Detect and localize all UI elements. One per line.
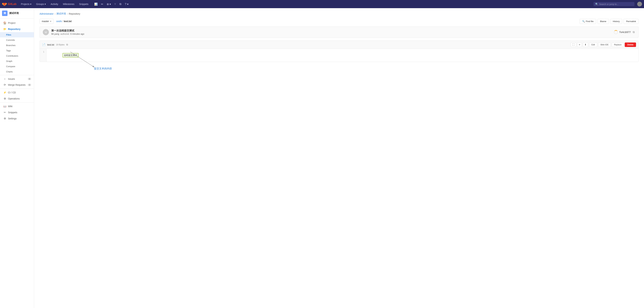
sidebar-divider-3 xyxy=(0,102,34,103)
repository-subitems: Files Commits Branches Tags Contributors… xyxy=(0,32,34,74)
code-area: 1 远程提交测试 xyxy=(40,49,638,62)
sidebar-item-snippets[interactable]: ✂ Snippets xyxy=(0,109,34,116)
activity-link[interactable]: Activity xyxy=(49,2,60,6)
sidebar-item-repository[interactable]: 📁 Repository xyxy=(0,26,34,32)
sidebar-item-issues[interactable]: ○ Issues 0 xyxy=(0,76,34,82)
commit-info-bar: M 第一次远程提交测试 Mr.yang authored 6 minutes a… xyxy=(40,26,638,38)
wiki-icon: 📖 xyxy=(3,105,6,108)
gitlab-logo-icon xyxy=(2,2,7,6)
sidebar-item-label-snippets: Snippets xyxy=(8,111,17,114)
history-button[interactable]: History xyxy=(610,19,622,24)
sidebar-item-settings[interactable]: ⚙ Settings xyxy=(0,116,34,122)
external-link-icon[interactable]: ⧉ xyxy=(118,2,123,6)
sidebar-subitem-contributors[interactable]: Contributors xyxy=(0,53,34,58)
commit-author-name: Mr.yang xyxy=(51,33,59,35)
code-content: 远程提交测试 xyxy=(46,49,638,62)
gitlab-wordmark: GitLab xyxy=(8,2,16,5)
sidebar-subitem-commits[interactable]: Commits xyxy=(0,37,34,43)
chart-bar-icon[interactable]: 📊 xyxy=(93,2,99,6)
line-number-1: 1 xyxy=(42,50,44,53)
line-numbers: 1 xyxy=(40,49,46,62)
file-path-file: test.txt xyxy=(64,20,72,23)
groups-chevron-icon: ▾ xyxy=(45,3,46,5)
project-icon: 🏠 xyxy=(3,21,6,24)
sidebar-divider-2 xyxy=(0,89,34,89)
svg-line-0 xyxy=(70,52,94,67)
milestones-link[interactable]: Milestones xyxy=(61,2,76,6)
sidebar-subitem-files[interactable]: Files xyxy=(0,32,34,37)
merge-request-icon[interactable]: ⑂ xyxy=(113,2,118,6)
copy-hash-button[interactable]: ⧉ xyxy=(632,30,635,34)
replace-button[interactable]: Replace xyxy=(612,42,624,47)
sidebar-project-header[interactable]: 测 测试环境 xyxy=(0,8,34,18)
breadcrumb-project[interactable]: 测试环境 xyxy=(56,12,66,15)
sidebar-subitem-graph[interactable]: Graph xyxy=(0,58,34,64)
sidebar-item-project[interactable]: 🏠 Project xyxy=(0,20,34,26)
user-icons xyxy=(637,2,642,6)
file-path: ceshi / test.txt xyxy=(56,20,72,23)
search-icon: 🔍 xyxy=(595,3,598,5)
sidebar-subitem-charts[interactable]: Charts xyxy=(0,69,34,74)
branch-selector[interactable]: master ▾ xyxy=(40,19,54,24)
plus-dropdown-icon[interactable]: ⊕ ▾ xyxy=(105,2,112,6)
commit-hash: fe4cb977 xyxy=(619,31,631,33)
file-viewer: 📄 test.txt 19 Bytes ⧉ ⛶ ≡ ⬇ Edit Web IDE… xyxy=(40,40,638,62)
mr-badge: 0 xyxy=(28,84,31,86)
sidebar-subitem-branches[interactable]: Branches xyxy=(0,43,34,48)
page-layout: 测 测试环境 🏠 Project 📁 Repository Files Comm… xyxy=(0,8,644,308)
file-name-label: test.txt xyxy=(47,43,54,46)
sidebar-item-label-cicd: CI / CD xyxy=(8,91,16,94)
search-input[interactable] xyxy=(599,3,633,5)
file-path-separator: / xyxy=(62,20,63,23)
user-avatar[interactable] xyxy=(637,2,642,6)
search-box[interactable]: 🔍 xyxy=(594,2,634,6)
sidebar-item-label-settings: Settings xyxy=(8,117,17,120)
main-content: Administrator › 测试环境 › Repository master… xyxy=(34,8,644,308)
sidebar-subitem-compare[interactable]: Compare xyxy=(0,64,34,69)
sidebar-item-label-wiki: Wiki xyxy=(8,105,12,108)
breadcrumb-administrator[interactable]: Administrator xyxy=(40,12,54,15)
file-header-actions: 🔍 Find file Blame History Permalink xyxy=(580,19,638,24)
download-button[interactable]: ⬇ xyxy=(583,42,588,47)
branch-chevron-icon: ▾ xyxy=(50,20,51,23)
pencil-icon[interactable]: ✏ xyxy=(100,2,104,6)
copy-file-content-button[interactable]: ⧉ xyxy=(66,43,68,46)
raw-button[interactable]: ≡ xyxy=(577,42,582,47)
topnav-icon-group: 📊 ✏ ⊕ ▾ ⑂ ⧉ ? ▾ xyxy=(93,2,130,6)
delete-button[interactable]: Delete xyxy=(625,42,636,47)
sidebar-item-cicd[interactable]: ⚡ CI / CD xyxy=(0,89,34,96)
snippets-link[interactable]: Snippets xyxy=(77,2,90,6)
groups-menu[interactable]: Groups ▾ xyxy=(34,2,48,6)
annotation-container: 提交文本的内容 xyxy=(40,62,638,82)
sidebar-item-label-repository: Repository xyxy=(8,28,20,30)
file-size-label: 19 Bytes xyxy=(56,43,64,46)
web-ide-button[interactable]: Web IDE xyxy=(598,42,611,47)
issues-icon: ○ xyxy=(3,77,6,80)
operations-icon: ⚙ xyxy=(3,97,6,100)
sidebar-subitem-tags[interactable]: Tags xyxy=(0,48,34,53)
projects-menu[interactable]: Projects ▾ xyxy=(19,2,33,6)
commit-message: 第一次远程提交测试 xyxy=(51,29,612,32)
sidebar-nav: 🏠 Project 📁 Repository Files Commits Bra… xyxy=(0,18,34,123)
file-toolbar: master ▾ ceshi / test.txt 🔍 Find file Bl… xyxy=(40,19,638,24)
sidebar-item-label-operations: Operations xyxy=(8,97,20,100)
sidebar-item-label-mr: Merge Requests xyxy=(8,84,26,86)
help-icon[interactable]: ? ▾ xyxy=(123,2,130,6)
file-path-folder[interactable]: ceshi xyxy=(56,20,62,23)
expand-button[interactable]: ⛶ xyxy=(570,42,576,47)
top-navigation: GitLab Projects ▾ Groups ▾ Activity Mile… xyxy=(0,0,644,8)
gitlab-logo[interactable]: GitLab xyxy=(2,2,16,6)
commit-meta: Mr.yang authored 6 minutes ago xyxy=(51,33,612,35)
sidebar-item-label-project: Project xyxy=(8,22,16,24)
breadcrumb: Administrator › 测试环境 › Repository xyxy=(40,12,638,15)
permalink-button[interactable]: Permalink xyxy=(624,19,638,24)
blame-button[interactable]: Blame xyxy=(598,19,609,24)
find-file-button[interactable]: 🔍 Find file xyxy=(580,19,596,24)
sidebar-item-merge-requests[interactable]: ⟳ Merge Requests 0 xyxy=(0,82,34,88)
edit-button[interactable]: Edit xyxy=(589,42,597,47)
sidebar-item-label-issues: Issues xyxy=(8,78,15,80)
commit-time: 6 minutes ago xyxy=(70,33,84,35)
sidebar-item-operations[interactable]: ⚙ Operations xyxy=(0,96,34,102)
breadcrumb-sep-2: › xyxy=(67,12,68,15)
sidebar-item-wiki[interactable]: 📖 Wiki xyxy=(0,103,34,109)
